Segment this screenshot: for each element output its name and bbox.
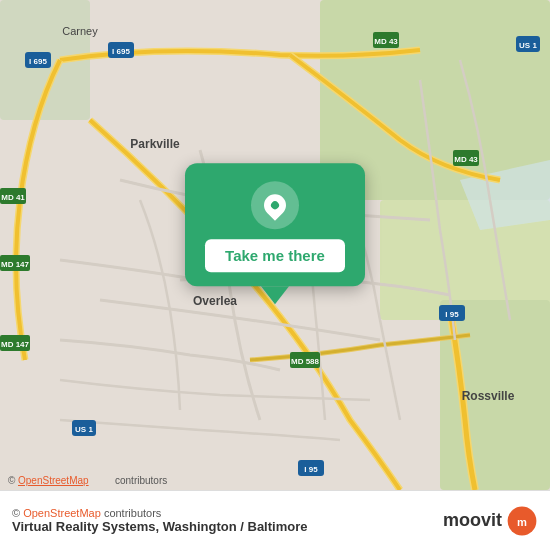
svg-text:MD 588: MD 588	[291, 357, 320, 366]
location-pin-icon	[259, 190, 290, 221]
svg-text:m: m	[517, 515, 527, 527]
svg-text:I 95: I 95	[445, 310, 459, 319]
osm-link[interactable]: OpenStreetMap	[23, 507, 101, 519]
svg-text:US 1: US 1	[75, 425, 93, 434]
svg-text:MD 147: MD 147	[1, 260, 30, 269]
svg-text:Rossville: Rossville	[462, 389, 515, 403]
svg-text:Carney: Carney	[62, 25, 98, 37]
moovit-logo-icon: m	[506, 505, 538, 537]
footer-logo: moovit m	[443, 505, 538, 537]
svg-text:US 1: US 1	[519, 41, 537, 50]
svg-text:MD 43: MD 43	[454, 155, 478, 164]
svg-text:Parkville: Parkville	[130, 137, 180, 151]
footer-text-block: © OpenStreetMap contributors Virtual Rea…	[12, 507, 307, 534]
osm-prefix: ©	[12, 507, 23, 519]
map-popup: Take me there	[185, 163, 365, 304]
map-container: I 695 I 695 US 1 MD 43 MD 43 MD 41 MD 14…	[0, 0, 550, 490]
location-icon-circle	[251, 181, 299, 229]
osm-suffix: contributors	[101, 507, 162, 519]
svg-text:I 95: I 95	[304, 465, 318, 474]
footer: © OpenStreetMap contributors Virtual Rea…	[0, 490, 550, 550]
popup-triangle	[261, 286, 289, 304]
svg-text:I 695: I 695	[112, 47, 130, 56]
svg-text:OpenStreetMap: OpenStreetMap	[18, 475, 89, 486]
svg-text:contributors: contributors	[115, 475, 167, 486]
moovit-text: moovit	[443, 510, 502, 531]
popup-box: Take me there	[185, 163, 365, 286]
svg-text:MD 43: MD 43	[374, 37, 398, 46]
svg-text:©: ©	[8, 475, 16, 486]
svg-text:I 695: I 695	[29, 57, 47, 66]
svg-text:MD 147: MD 147	[1, 340, 30, 349]
osm-credit: © OpenStreetMap contributors	[12, 507, 307, 519]
location-name: Virtual Reality Systems, Washington / Ba…	[12, 519, 307, 534]
svg-text:MD 41: MD 41	[1, 193, 25, 202]
take-me-there-button[interactable]: Take me there	[205, 239, 345, 272]
